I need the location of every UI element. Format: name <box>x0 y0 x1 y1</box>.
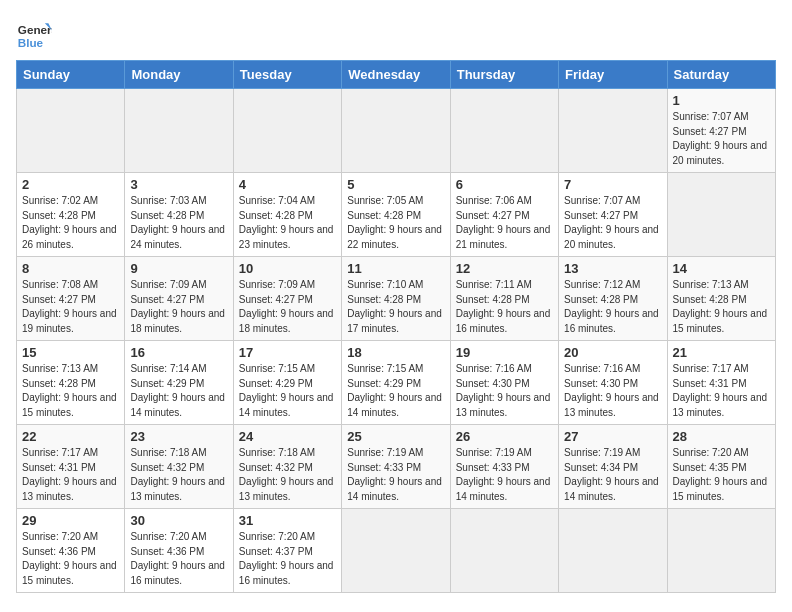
day-info: Sunrise: 7:16 AMSunset: 4:30 PMDaylight:… <box>456 363 551 418</box>
col-header-saturday: Saturday <box>667 61 775 89</box>
day-number: 29 <box>22 513 119 528</box>
day-info: Sunrise: 7:07 AMSunset: 4:27 PMDaylight:… <box>564 195 659 250</box>
day-number: 8 <box>22 261 119 276</box>
day-cell-17: 17Sunrise: 7:15 AMSunset: 4:29 PMDayligh… <box>233 341 341 425</box>
day-info: Sunrise: 7:02 AMSunset: 4:28 PMDaylight:… <box>22 195 117 250</box>
day-cell-30: 30Sunrise: 7:20 AMSunset: 4:36 PMDayligh… <box>125 509 233 593</box>
empty-cell <box>559 509 667 593</box>
day-cell-21: 21Sunrise: 7:17 AMSunset: 4:31 PMDayligh… <box>667 341 775 425</box>
day-cell-23: 23Sunrise: 7:18 AMSunset: 4:32 PMDayligh… <box>125 425 233 509</box>
day-info: Sunrise: 7:20 AMSunset: 4:36 PMDaylight:… <box>22 531 117 586</box>
day-info: Sunrise: 7:08 AMSunset: 4:27 PMDaylight:… <box>22 279 117 334</box>
day-cell-22: 22Sunrise: 7:17 AMSunset: 4:31 PMDayligh… <box>17 425 125 509</box>
day-cell-31: 31Sunrise: 7:20 AMSunset: 4:37 PMDayligh… <box>233 509 341 593</box>
day-number: 21 <box>673 345 770 360</box>
col-header-sunday: Sunday <box>17 61 125 89</box>
day-info: Sunrise: 7:20 AMSunset: 4:36 PMDaylight:… <box>130 531 225 586</box>
day-info: Sunrise: 7:06 AMSunset: 4:27 PMDaylight:… <box>456 195 551 250</box>
day-number: 16 <box>130 345 227 360</box>
day-cell-2: 2Sunrise: 7:02 AMSunset: 4:28 PMDaylight… <box>17 173 125 257</box>
day-info: Sunrise: 7:05 AMSunset: 4:28 PMDaylight:… <box>347 195 442 250</box>
day-info: Sunrise: 7:09 AMSunset: 4:27 PMDaylight:… <box>239 279 334 334</box>
logo: General Blue <box>16 16 56 52</box>
day-cell-27: 27Sunrise: 7:19 AMSunset: 4:34 PMDayligh… <box>559 425 667 509</box>
day-number: 19 <box>456 345 553 360</box>
day-info: Sunrise: 7:18 AMSunset: 4:32 PMDaylight:… <box>130 447 225 502</box>
day-number: 28 <box>673 429 770 444</box>
day-number: 6 <box>456 177 553 192</box>
page-header: General Blue <box>16 16 776 52</box>
day-number: 1 <box>673 93 770 108</box>
day-cell-20: 20Sunrise: 7:16 AMSunset: 4:30 PMDayligh… <box>559 341 667 425</box>
day-info: Sunrise: 7:03 AMSunset: 4:28 PMDaylight:… <box>130 195 225 250</box>
empty-cell <box>667 509 775 593</box>
day-info: Sunrise: 7:17 AMSunset: 4:31 PMDaylight:… <box>22 447 117 502</box>
day-info: Sunrise: 7:18 AMSunset: 4:32 PMDaylight:… <box>239 447 334 502</box>
day-info: Sunrise: 7:07 AMSunset: 4:27 PMDaylight:… <box>673 111 768 166</box>
day-info: Sunrise: 7:19 AMSunset: 4:33 PMDaylight:… <box>456 447 551 502</box>
day-number: 7 <box>564 177 661 192</box>
day-number: 22 <box>22 429 119 444</box>
empty-cell <box>342 509 450 593</box>
day-cell-8: 8Sunrise: 7:08 AMSunset: 4:27 PMDaylight… <box>17 257 125 341</box>
day-info: Sunrise: 7:10 AMSunset: 4:28 PMDaylight:… <box>347 279 442 334</box>
day-number: 31 <box>239 513 336 528</box>
day-cell-15: 15Sunrise: 7:13 AMSunset: 4:28 PMDayligh… <box>17 341 125 425</box>
logo-icon: General Blue <box>16 16 52 52</box>
calendar-table: SundayMondayTuesdayWednesdayThursdayFrid… <box>16 60 776 593</box>
day-number: 26 <box>456 429 553 444</box>
day-number: 10 <box>239 261 336 276</box>
day-number: 25 <box>347 429 444 444</box>
day-cell-18: 18Sunrise: 7:15 AMSunset: 4:29 PMDayligh… <box>342 341 450 425</box>
day-number: 24 <box>239 429 336 444</box>
day-number: 17 <box>239 345 336 360</box>
day-cell-11: 11Sunrise: 7:10 AMSunset: 4:28 PMDayligh… <box>342 257 450 341</box>
empty-cell <box>450 509 558 593</box>
day-info: Sunrise: 7:04 AMSunset: 4:28 PMDaylight:… <box>239 195 334 250</box>
empty-cell <box>125 89 233 173</box>
empty-cell <box>559 89 667 173</box>
day-cell-19: 19Sunrise: 7:16 AMSunset: 4:30 PMDayligh… <box>450 341 558 425</box>
day-cell-7: 7Sunrise: 7:07 AMSunset: 4:27 PMDaylight… <box>559 173 667 257</box>
col-header-tuesday: Tuesday <box>233 61 341 89</box>
day-cell-25: 25Sunrise: 7:19 AMSunset: 4:33 PMDayligh… <box>342 425 450 509</box>
day-number: 12 <box>456 261 553 276</box>
day-info: Sunrise: 7:19 AMSunset: 4:34 PMDaylight:… <box>564 447 659 502</box>
day-cell-9: 9Sunrise: 7:09 AMSunset: 4:27 PMDaylight… <box>125 257 233 341</box>
day-info: Sunrise: 7:17 AMSunset: 4:31 PMDaylight:… <box>673 363 768 418</box>
day-cell-16: 16Sunrise: 7:14 AMSunset: 4:29 PMDayligh… <box>125 341 233 425</box>
day-number: 27 <box>564 429 661 444</box>
day-cell-13: 13Sunrise: 7:12 AMSunset: 4:28 PMDayligh… <box>559 257 667 341</box>
day-info: Sunrise: 7:15 AMSunset: 4:29 PMDaylight:… <box>347 363 442 418</box>
day-number: 11 <box>347 261 444 276</box>
col-header-monday: Monday <box>125 61 233 89</box>
empty-cell <box>233 89 341 173</box>
day-cell-12: 12Sunrise: 7:11 AMSunset: 4:28 PMDayligh… <box>450 257 558 341</box>
day-info: Sunrise: 7:13 AMSunset: 4:28 PMDaylight:… <box>673 279 768 334</box>
day-cell-26: 26Sunrise: 7:19 AMSunset: 4:33 PMDayligh… <box>450 425 558 509</box>
empty-cell <box>17 89 125 173</box>
day-number: 18 <box>347 345 444 360</box>
col-header-wednesday: Wednesday <box>342 61 450 89</box>
day-cell-29: 29Sunrise: 7:20 AMSunset: 4:36 PMDayligh… <box>17 509 125 593</box>
day-info: Sunrise: 7:16 AMSunset: 4:30 PMDaylight:… <box>564 363 659 418</box>
day-number: 15 <box>22 345 119 360</box>
svg-text:Blue: Blue <box>18 36 44 49</box>
day-number: 23 <box>130 429 227 444</box>
day-number: 3 <box>130 177 227 192</box>
day-info: Sunrise: 7:15 AMSunset: 4:29 PMDaylight:… <box>239 363 334 418</box>
day-info: Sunrise: 7:09 AMSunset: 4:27 PMDaylight:… <box>130 279 225 334</box>
day-cell-24: 24Sunrise: 7:18 AMSunset: 4:32 PMDayligh… <box>233 425 341 509</box>
day-cell-6: 6Sunrise: 7:06 AMSunset: 4:27 PMDaylight… <box>450 173 558 257</box>
day-cell-10: 10Sunrise: 7:09 AMSunset: 4:27 PMDayligh… <box>233 257 341 341</box>
day-cell-4: 4Sunrise: 7:04 AMSunset: 4:28 PMDaylight… <box>233 173 341 257</box>
col-header-friday: Friday <box>559 61 667 89</box>
day-info: Sunrise: 7:20 AMSunset: 4:35 PMDaylight:… <box>673 447 768 502</box>
col-header-thursday: Thursday <box>450 61 558 89</box>
day-info: Sunrise: 7:19 AMSunset: 4:33 PMDaylight:… <box>347 447 442 502</box>
day-info: Sunrise: 7:11 AMSunset: 4:28 PMDaylight:… <box>456 279 551 334</box>
day-cell-14: 14Sunrise: 7:13 AMSunset: 4:28 PMDayligh… <box>667 257 775 341</box>
day-cell-5: 5Sunrise: 7:05 AMSunset: 4:28 PMDaylight… <box>342 173 450 257</box>
day-number: 30 <box>130 513 227 528</box>
day-cell-3: 3Sunrise: 7:03 AMSunset: 4:28 PMDaylight… <box>125 173 233 257</box>
